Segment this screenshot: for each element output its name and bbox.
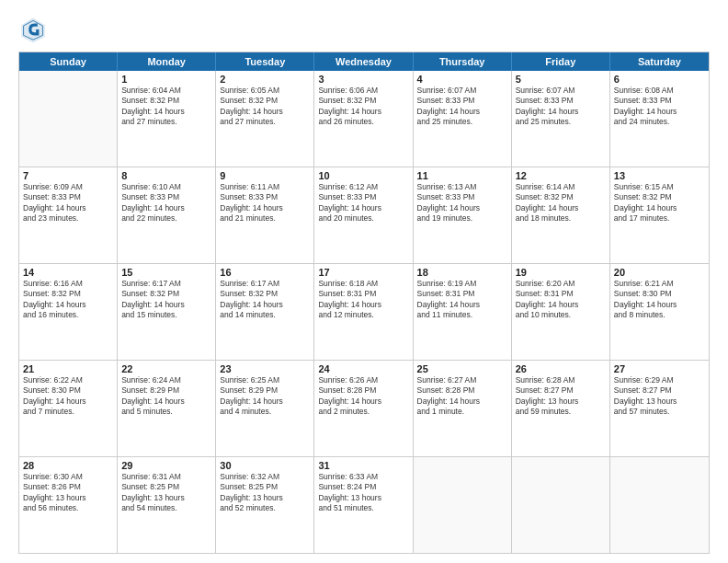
cell-info-line: and 56 minutes.: [23, 503, 113, 513]
cell-info-line: Daylight: 14 hours: [220, 107, 310, 117]
cell-info-line: Sunrise: 6:17 AM: [121, 279, 211, 289]
cell-info-line: Sunset: 8:29 PM: [220, 385, 310, 396]
calendar-day-14: 14Sunrise: 6:16 AMSunset: 8:32 PMDayligh…: [19, 264, 118, 360]
day-number: 18: [417, 267, 507, 278]
cell-info-line: and 25 minutes.: [417, 117, 507, 127]
cell-info-line: Sunrise: 6:11 AM: [220, 182, 310, 192]
cell-info-line: Daylight: 14 hours: [23, 203, 113, 213]
day-header-thursday: Thursday: [414, 52, 512, 71]
cell-info-line: Sunset: 8:32 PM: [220, 96, 310, 106]
cell-info-line: Daylight: 14 hours: [220, 396, 310, 407]
day-header-tuesday: Tuesday: [216, 52, 314, 71]
cell-info-line: Sunrise: 6:17 AM: [220, 279, 310, 289]
calendar-body: 1Sunrise: 6:04 AMSunset: 8:32 PMDaylight…: [19, 71, 709, 553]
cell-info-line: and 20 minutes.: [318, 213, 408, 224]
cell-info-line: Sunset: 8:33 PM: [417, 192, 507, 202]
cell-info-line: and 2 minutes.: [318, 407, 408, 417]
cell-info-line: Sunset: 8:33 PM: [121, 192, 211, 202]
day-header-saturday: Saturday: [610, 52, 709, 71]
day-number: 26: [516, 363, 606, 374]
day-number: 15: [121, 267, 211, 278]
cell-info-line: Daylight: 14 hours: [614, 203, 705, 213]
cell-info-line: Daylight: 14 hours: [121, 300, 211, 310]
cell-info-line: and 10 minutes.: [516, 310, 606, 320]
day-number: 6: [614, 74, 705, 85]
cell-info-line: Sunset: 8:32 PM: [220, 289, 310, 299]
cell-info-line: Daylight: 14 hours: [220, 300, 310, 310]
cell-info-line: Sunset: 8:25 PM: [220, 482, 310, 492]
calendar-day-3: 3Sunrise: 6:06 AMSunset: 8:32 PMDaylight…: [314, 71, 413, 167]
cell-info-line: Daylight: 14 hours: [417, 300, 507, 310]
calendar-day-empty: [19, 71, 118, 167]
cell-info-line: Sunrise: 6:16 AM: [23, 279, 113, 289]
cell-info-line: Sunset: 8:33 PM: [23, 192, 113, 202]
calendar-day-empty: [414, 457, 512, 553]
calendar-header-row: SundayMondayTuesdayWednesdayThursdayFrid…: [19, 52, 709, 71]
cell-info-line: Sunset: 8:30 PM: [614, 289, 705, 299]
calendar: SundayMondayTuesdayWednesdayThursdayFrid…: [18, 52, 710, 554]
calendar-day-empty: [610, 457, 709, 553]
cell-info-line: Daylight: 14 hours: [516, 203, 606, 213]
day-number: 2: [220, 74, 310, 85]
cell-info-line: and 19 minutes.: [417, 213, 507, 224]
cell-info-line: and 17 minutes.: [614, 213, 705, 224]
logo-icon: [18, 15, 48, 44]
cell-info-line: Sunrise: 6:24 AM: [121, 375, 211, 385]
cell-info-line: Sunrise: 6:10 AM: [121, 182, 211, 192]
cell-info-line: Sunrise: 6:31 AM: [121, 472, 211, 482]
cell-info-line: Sunrise: 6:12 AM: [318, 182, 408, 192]
cell-info-line: and 59 minutes.: [516, 407, 606, 417]
cell-info-line: Daylight: 13 hours: [614, 396, 705, 407]
day-number: 30: [220, 460, 310, 471]
calendar-day-6: 6Sunrise: 6:08 AMSunset: 8:33 PMDaylight…: [610, 71, 709, 167]
cell-info-line: Sunrise: 6:18 AM: [318, 279, 408, 289]
page: SundayMondayTuesdayWednesdayThursdayFrid…: [0, 0, 728, 563]
cell-info-line: Daylight: 14 hours: [318, 107, 408, 117]
day-number: 3: [318, 74, 408, 85]
cell-info-line: and 12 minutes.: [318, 310, 408, 320]
cell-info-line: Sunrise: 6:21 AM: [614, 279, 705, 289]
day-number: 17: [318, 267, 408, 278]
calendar-day-27: 27Sunrise: 6:29 AMSunset: 8:27 PMDayligh…: [610, 361, 709, 456]
cell-info-line: Sunrise: 6:04 AM: [121, 86, 211, 96]
cell-info-line: Sunrise: 6:32 AM: [220, 472, 310, 482]
cell-info-line: Sunset: 8:28 PM: [318, 385, 408, 396]
cell-info-line: Sunrise: 6:29 AM: [614, 375, 705, 385]
cell-info-line: Daylight: 14 hours: [318, 300, 408, 310]
calendar-week-5: 28Sunrise: 6:30 AMSunset: 8:26 PMDayligh…: [19, 456, 709, 553]
calendar-week-2: 7Sunrise: 6:09 AMSunset: 8:33 PMDaylight…: [19, 167, 709, 263]
cell-info-line: Daylight: 14 hours: [121, 107, 211, 117]
calendar-week-1: 1Sunrise: 6:04 AMSunset: 8:32 PMDaylight…: [19, 71, 709, 167]
calendar-day-25: 25Sunrise: 6:27 AMSunset: 8:28 PMDayligh…: [414, 361, 512, 456]
cell-info-line: and 26 minutes.: [318, 117, 408, 127]
cell-info-line: and 8 minutes.: [614, 310, 705, 320]
cell-info-line: Sunrise: 6:28 AM: [516, 375, 606, 385]
calendar-day-31: 31Sunrise: 6:33 AMSunset: 8:24 PMDayligh…: [314, 457, 413, 553]
cell-info-line: Daylight: 14 hours: [220, 203, 310, 213]
day-number: 31: [318, 460, 408, 471]
cell-info-line: Sunset: 8:30 PM: [23, 385, 113, 396]
cell-info-line: Daylight: 13 hours: [121, 493, 211, 503]
cell-info-line: Daylight: 14 hours: [516, 107, 606, 117]
cell-info-line: Sunset: 8:27 PM: [614, 385, 705, 396]
calendar-day-7: 7Sunrise: 6:09 AMSunset: 8:33 PMDaylight…: [19, 167, 118, 263]
cell-info-line: and 21 minutes.: [220, 213, 310, 224]
cell-info-line: Sunset: 8:31 PM: [318, 289, 408, 299]
day-number: 28: [23, 460, 113, 471]
calendar-day-17: 17Sunrise: 6:18 AMSunset: 8:31 PMDayligh…: [314, 264, 413, 360]
calendar-day-19: 19Sunrise: 6:20 AMSunset: 8:31 PMDayligh…: [512, 264, 610, 360]
cell-info-line: Sunset: 8:29 PM: [121, 385, 211, 396]
cell-info-line: Sunrise: 6:09 AM: [23, 182, 113, 192]
cell-info-line: Sunrise: 6:07 AM: [516, 86, 606, 96]
cell-info-line: Sunrise: 6:25 AM: [220, 375, 310, 385]
calendar-day-5: 5Sunrise: 6:07 AMSunset: 8:33 PMDaylight…: [512, 71, 610, 167]
cell-info-line: Sunrise: 6:15 AM: [614, 182, 705, 192]
calendar-day-15: 15Sunrise: 6:17 AMSunset: 8:32 PMDayligh…: [118, 264, 216, 360]
calendar-day-1: 1Sunrise: 6:04 AMSunset: 8:32 PMDaylight…: [118, 71, 216, 167]
day-number: 11: [417, 170, 507, 181]
calendar-day-18: 18Sunrise: 6:19 AMSunset: 8:31 PMDayligh…: [414, 264, 512, 360]
cell-info-line: Sunrise: 6:06 AM: [318, 86, 408, 96]
day-header-monday: Monday: [118, 52, 216, 71]
cell-info-line: Daylight: 13 hours: [220, 493, 310, 503]
cell-info-line: and 18 minutes.: [516, 213, 606, 224]
